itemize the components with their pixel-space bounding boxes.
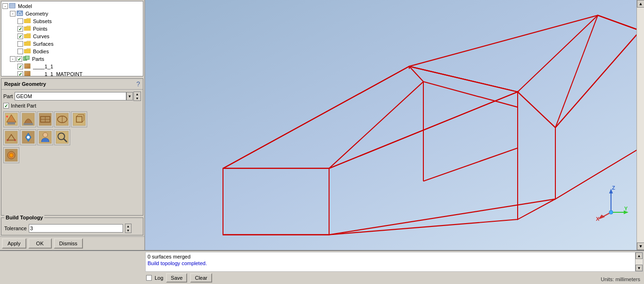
geometry-icon xyxy=(17,10,24,17)
part-input[interactable] xyxy=(15,92,126,100)
dismiss-button[interactable]: Dismiss xyxy=(54,238,83,249)
svg-rect-22 xyxy=(73,113,85,125)
tree-item-parts[interactable]: - ✓ Parts xyxy=(2,55,142,63)
log-checkbox[interactable] xyxy=(146,275,152,281)
checkbox-points[interactable]: ✓ xyxy=(17,26,23,32)
svg-text:Z: Z xyxy=(612,185,615,191)
console-scroll-track xyxy=(636,259,643,265)
checkbox-parts[interactable]: ✓ xyxy=(17,56,22,62)
console-scroll-down[interactable]: ▼ xyxy=(636,265,643,271)
tree-label-subsets: Subsets xyxy=(33,18,52,24)
tree-item-part1[interactable]: ✓ ____1_1 xyxy=(2,63,142,70)
folder-subsets-icon xyxy=(24,18,32,25)
folder-curves-icon xyxy=(24,33,32,40)
svg-rect-6 xyxy=(25,56,29,59)
part-scroll-up[interactable]: ▲ xyxy=(134,92,140,96)
checkbox-bodies[interactable] xyxy=(17,49,23,54)
tree-label-bodies: Bodies xyxy=(33,49,49,54)
toolbar-icon-2[interactable] xyxy=(20,111,36,127)
part1-icon xyxy=(24,63,32,70)
apply-button[interactable]: Apply xyxy=(2,238,26,249)
svg-rect-11 xyxy=(8,122,15,125)
tree-label-curves: Curves xyxy=(33,33,50,39)
tree-section: - Model - xyxy=(1,1,143,76)
toolbar-icon-extra[interactable] xyxy=(3,147,19,163)
help-icon[interactable]: ? xyxy=(136,80,140,88)
tree-item-subsets[interactable]: Subsets xyxy=(2,17,142,25)
checkbox-surfaces[interactable] xyxy=(17,41,23,47)
svg-rect-7 xyxy=(25,64,30,68)
parts-icon xyxy=(23,56,31,62)
folder-bodies-icon xyxy=(24,48,32,55)
tree-item-bodies[interactable]: Bodies xyxy=(2,48,142,55)
bottom-console: 0 surfaces merged Build topology complet… xyxy=(0,250,644,284)
tree-item-surfaces[interactable]: Surfaces xyxy=(2,40,142,48)
tree-item-curves[interactable]: ✓ Curves xyxy=(2,33,142,40)
repair-panel-title: Repair Geometry xyxy=(4,81,46,87)
tolerance-input[interactable] xyxy=(29,224,123,233)
geometry-display xyxy=(145,0,644,250)
ok-button[interactable]: OK xyxy=(28,238,52,249)
checkbox-part2[interactable]: ✓ xyxy=(17,71,23,76)
part-dropdown-btn[interactable]: ▼ xyxy=(126,92,133,100)
build-topology-title: Build Topology xyxy=(4,215,44,220)
toolbar-icon-build-surface[interactable] xyxy=(3,111,19,127)
units-label: Units: millimeters xyxy=(601,276,640,282)
clear-button[interactable]: Clear xyxy=(190,273,212,283)
console-scrollbar: ▲ ▼ xyxy=(635,252,643,271)
toolbar-icon-4[interactable] xyxy=(54,111,70,127)
tree-item-model[interactable]: - Model xyxy=(2,2,142,10)
checkbox-curves[interactable]: ✓ xyxy=(17,33,23,39)
log-label: Log xyxy=(155,275,163,281)
repair-geometry-panel: Repair Geometry ? Part ▼ ▲ ▼ xyxy=(1,78,143,216)
tolerance-label: Tolerance xyxy=(4,226,27,231)
inherit-checkbox[interactable]: ✓ xyxy=(3,103,9,109)
checkbox-part1[interactable]: ✓ xyxy=(17,64,23,69)
tree-item-points[interactable]: ✓ Points xyxy=(2,25,142,33)
svg-point-37 xyxy=(9,153,13,157)
save-button[interactable]: Save xyxy=(166,273,187,283)
toolbar-icon-9[interactable] xyxy=(54,129,70,145)
inherit-row: ✓ Inherit Part xyxy=(3,103,141,109)
svg-rect-8 xyxy=(25,71,30,76)
tree-label-surfaces: Surfaces xyxy=(33,41,53,47)
console-line-2: Build topology completed. xyxy=(148,260,641,267)
part-label: Part xyxy=(3,93,13,99)
toolbar-icon-3[interactable] xyxy=(37,111,53,127)
console-scroll-up[interactable]: ▲ xyxy=(636,252,643,259)
checkbox-subsets[interactable] xyxy=(17,18,23,24)
main-layout: - Model - xyxy=(0,0,644,284)
viewport-scrollbar-right: ▲ ▼ xyxy=(636,0,644,250)
svg-point-29 xyxy=(27,136,30,139)
svg-point-31 xyxy=(43,133,48,137)
tree-label-part1: ____1_1 xyxy=(33,64,53,69)
tol-scroll-down[interactable]: ▼ xyxy=(125,228,131,233)
tree-label-points: Points xyxy=(33,26,48,32)
svg-text:X: X xyxy=(596,216,600,222)
tree-item-part2[interactable]: ✓ ____1_1_MATPOINT xyxy=(2,70,142,76)
expand-model[interactable]: - xyxy=(2,3,8,9)
console-line-1: 0 surfaces merged xyxy=(148,253,641,260)
bottom-buttons: Apply OK Dismiss xyxy=(0,236,144,250)
part-scroll-down[interactable]: ▼ xyxy=(134,96,140,100)
expand-parts[interactable]: - xyxy=(10,56,16,62)
svg-rect-38 xyxy=(145,0,644,250)
toolbar-icon-8[interactable] xyxy=(37,129,53,145)
toolbar-icons-row3 xyxy=(3,147,141,163)
viewport-scroll-up-btn[interactable]: ▲ xyxy=(637,0,644,8)
svg-rect-14 xyxy=(24,123,33,125)
expand-geometry[interactable]: - xyxy=(10,11,16,17)
toolbar-icon-7[interactable] xyxy=(20,129,36,145)
toolbar-icon-5[interactable] xyxy=(71,111,87,127)
inherit-label: Inherit Part xyxy=(11,103,36,109)
model-icon xyxy=(9,3,17,9)
folder-points-icon xyxy=(24,25,32,32)
tree-item-geometry[interactable]: - Geometry xyxy=(2,10,142,17)
toolbar-icon-6[interactable] xyxy=(3,129,19,145)
tree-label-geometry: Geometry xyxy=(25,11,48,17)
tol-scroll-up[interactable]: ▲ xyxy=(125,224,131,228)
part2-icon xyxy=(24,71,32,76)
tree-label-part2: ____1_1_MATPOINT xyxy=(33,71,83,76)
viewport-scroll-down-btn[interactable]: ▼ xyxy=(637,242,644,250)
axis-indicator: Z Y X xyxy=(592,184,630,222)
